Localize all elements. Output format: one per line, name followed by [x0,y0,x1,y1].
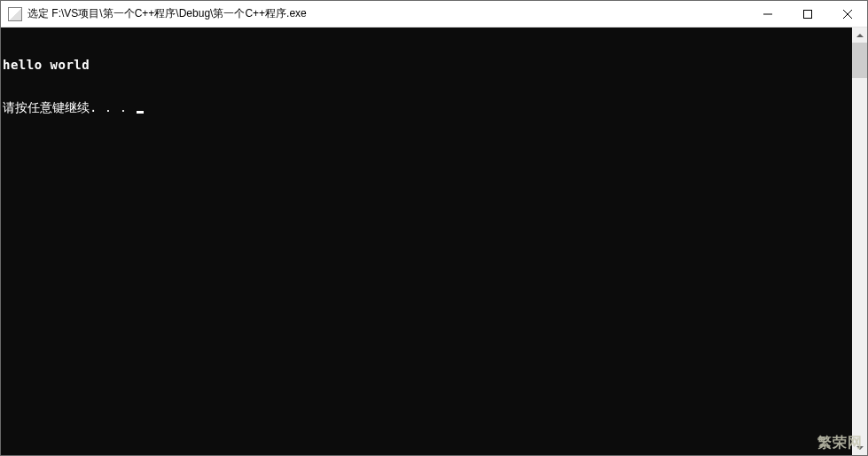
output-line: hello world [3,58,852,72]
close-button[interactable] [827,1,867,27]
console-output[interactable]: hello world 请按任意键继续. . . [1,28,852,455]
chevron-down-icon [856,446,864,450]
console-window: 选定 F:\VS项目\第一个C++程序\Debug\第一个C++程序.exe h… [0,0,868,456]
maximize-icon [803,10,812,19]
close-icon [843,10,852,19]
vertical-scrollbar[interactable] [852,28,867,455]
content-area: hello world 请按任意键继续. . . [1,28,867,455]
minimize-button[interactable] [747,1,787,27]
chevron-up-icon [856,34,864,37]
prompt-text: 请按任意键继续. . . [3,100,135,114]
titlebar[interactable]: 选定 F:\VS项目\第一个C++程序\Debug\第一个C++程序.exe [1,1,867,28]
maximize-button[interactable] [787,1,827,27]
app-icon [8,7,22,21]
window-controls [747,1,867,27]
minimize-icon [763,10,772,19]
svg-rect-1 [803,10,811,18]
cursor-icon [137,111,144,114]
scroll-thumb[interactable] [852,43,867,78]
output-line: 请按任意键继续. . . [3,100,852,114]
scroll-track[interactable] [852,43,867,440]
window-title: 选定 F:\VS项目\第一个C++程序\Debug\第一个C++程序.exe [27,6,747,21]
scroll-down-button[interactable] [852,440,867,455]
scroll-up-button[interactable] [852,28,867,43]
